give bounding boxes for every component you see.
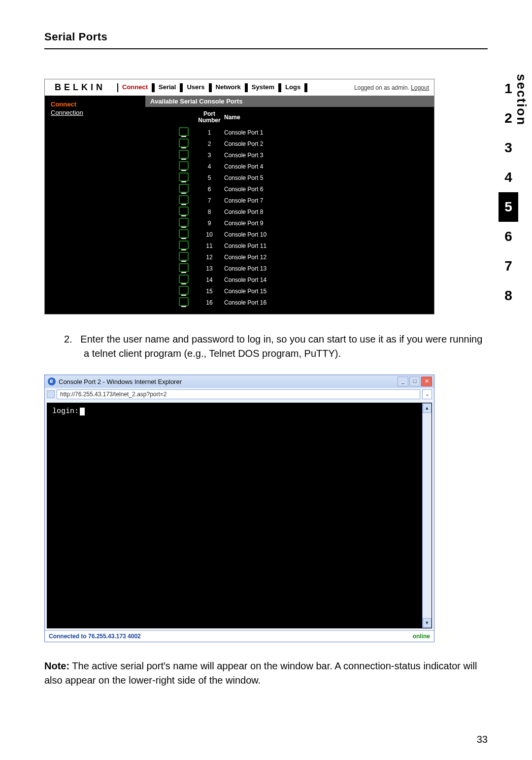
port-name[interactable]: Console Port 13 xyxy=(224,265,313,272)
address-dropdown-button[interactable]: ⌄ xyxy=(422,389,432,399)
address-input[interactable]: http://76.255.43.173/telnet_2.asp?port=2 xyxy=(57,389,420,399)
terminal-icon[interactable] xyxy=(179,218,189,227)
table-row: 16Console Port 16 xyxy=(175,297,434,308)
col-name: Name xyxy=(224,114,313,121)
port-name[interactable]: Console Port 1 xyxy=(224,129,313,136)
ie-titlebar: Console Port 2 - Windows Internet Explor… xyxy=(45,375,434,388)
port-name[interactable]: Console Port 11 xyxy=(224,242,313,249)
port-number: 9 xyxy=(195,220,224,227)
cursor-icon xyxy=(80,408,85,415)
scroll-track[interactable] xyxy=(423,413,432,618)
step-number: 2. xyxy=(64,334,72,345)
ie-window-title: Console Port 2 - Windows Internet Explor… xyxy=(59,378,182,385)
belkin-topnav: ConnectSerialUsersNetworkSystemLogs xyxy=(121,83,310,92)
section-nav-item-6[interactable]: 6 xyxy=(499,222,518,251)
terminal-icon[interactable] xyxy=(179,161,189,170)
separator-icon xyxy=(304,83,307,92)
port-name[interactable]: Console Port 15 xyxy=(224,288,313,295)
ports-table-body: 1Console Port 12Console Port 23Console P… xyxy=(145,127,434,308)
step-2-text: 2. Enter the user name and password to l… xyxy=(44,332,488,361)
section-nav: section 12345678 xyxy=(497,74,532,311)
terminal-icon[interactable] xyxy=(179,138,189,147)
close-button[interactable]: ✕ xyxy=(421,377,432,386)
separator-icon xyxy=(209,83,212,92)
table-row: 12Console Port 12 xyxy=(175,251,434,263)
belkin-main: Available Serial Console Ports Port Numb… xyxy=(145,96,434,314)
table-row: 9Console Port 9 xyxy=(175,217,434,229)
table-row: 2Console Port 2 xyxy=(175,138,434,149)
ie-status-bar: Connected to 76.255.43.173 4002 online xyxy=(45,630,434,642)
screenshot-ie-terminal: Console Port 2 - Windows Internet Explor… xyxy=(44,375,434,642)
ports-table-title: Available Serial Console Ports xyxy=(145,96,434,107)
port-name[interactable]: Console Port 4 xyxy=(224,163,313,170)
port-number: 14 xyxy=(195,276,224,283)
terminal-icon[interactable] xyxy=(179,297,189,306)
topnav-item-serial[interactable]: Serial xyxy=(158,83,177,91)
section-nav-item-5[interactable]: 5 xyxy=(499,192,518,222)
scroll-up-button[interactable]: ▴ xyxy=(423,403,432,413)
topnav-item-logs[interactable]: Logs xyxy=(284,83,301,91)
topnav-item-connect[interactable]: Connect xyxy=(121,83,149,91)
terminal-area[interactable]: login: xyxy=(47,403,422,628)
section-nav-item-4[interactable]: 4 xyxy=(499,163,518,192)
terminal-prompt: login: xyxy=(52,407,79,415)
ie-address-bar: http://76.255.43.173/telnet_2.asp?port=2… xyxy=(45,388,434,401)
table-row: 10Console Port 10 xyxy=(175,229,434,240)
page-number: 33 xyxy=(477,734,488,745)
note-text: Note: The active serial port's name will… xyxy=(44,659,488,688)
terminal-icon[interactable] xyxy=(179,275,189,283)
terminal-icon[interactable] xyxy=(179,195,189,204)
minimize-button[interactable]: _ xyxy=(398,377,408,386)
separator-icon xyxy=(152,83,155,92)
maximize-button[interactable]: □ xyxy=(409,377,420,386)
page-icon xyxy=(47,390,55,398)
ports-table-header: Port Number Name xyxy=(175,107,434,127)
note-body: The active serial port's name will appea… xyxy=(44,660,477,686)
page-title: Serial Ports xyxy=(44,31,488,49)
port-name[interactable]: Console Port 3 xyxy=(224,152,313,159)
login-status: Logged on as admin. Logout xyxy=(354,84,429,91)
terminal-icon[interactable] xyxy=(179,150,189,159)
port-name[interactable]: Console Port 6 xyxy=(224,186,313,193)
terminal-icon[interactable] xyxy=(179,207,189,215)
port-name[interactable]: Console Port 16 xyxy=(224,299,313,306)
terminal-icon[interactable] xyxy=(179,263,189,272)
table-row: 8Console Port 8 xyxy=(175,206,434,217)
port-number: 3 xyxy=(195,152,224,159)
terminal-icon[interactable] xyxy=(179,127,189,136)
port-number: 1 xyxy=(195,129,224,136)
table-row: 5Console Port 5 xyxy=(175,172,434,183)
scroll-down-button[interactable]: ▾ xyxy=(423,618,432,628)
topnav-item-system[interactable]: System xyxy=(251,83,275,91)
scrollbar[interactable]: ▴ ▾ xyxy=(422,403,432,628)
section-nav-item-3[interactable]: 3 xyxy=(499,133,518,163)
section-nav-label: section xyxy=(514,74,529,126)
port-name[interactable]: Console Port 8 xyxy=(224,208,313,215)
section-nav-item-7[interactable]: 7 xyxy=(499,251,518,281)
topnav-item-network[interactable]: Network xyxy=(215,83,242,91)
topnav-item-users[interactable]: Users xyxy=(186,83,205,91)
terminal-icon[interactable] xyxy=(179,252,189,261)
terminal-icon[interactable] xyxy=(179,229,189,238)
port-name[interactable]: Console Port 2 xyxy=(224,140,313,147)
port-number: 5 xyxy=(195,174,224,181)
table-row: 15Console Port 15 xyxy=(175,285,434,297)
port-name[interactable]: Console Port 7 xyxy=(224,197,313,204)
logout-link[interactable]: Logout xyxy=(411,84,429,91)
port-name[interactable]: Console Port 5 xyxy=(224,174,313,181)
brand-logo: BELKIN xyxy=(55,82,105,93)
port-name[interactable]: Console Port 14 xyxy=(224,276,313,283)
terminal-icon[interactable] xyxy=(179,241,189,249)
port-name[interactable]: Console Port 9 xyxy=(224,220,313,227)
terminal-icon[interactable] xyxy=(179,173,189,181)
port-name[interactable]: Console Port 10 xyxy=(224,231,313,238)
sidebar-item-connection[interactable]: Connection xyxy=(51,109,139,116)
port-name[interactable]: Console Port 12 xyxy=(224,254,313,261)
terminal-icon[interactable] xyxy=(179,184,189,193)
terminal-icon[interactable] xyxy=(179,286,189,295)
section-nav-item-8[interactable]: 8 xyxy=(499,281,518,311)
status-online: online xyxy=(413,633,430,640)
port-number: 7 xyxy=(195,197,224,204)
belkin-topbar: BELKIN ConnectSerialUsersNetworkSystemLo… xyxy=(45,79,434,96)
separator-icon xyxy=(180,83,183,92)
